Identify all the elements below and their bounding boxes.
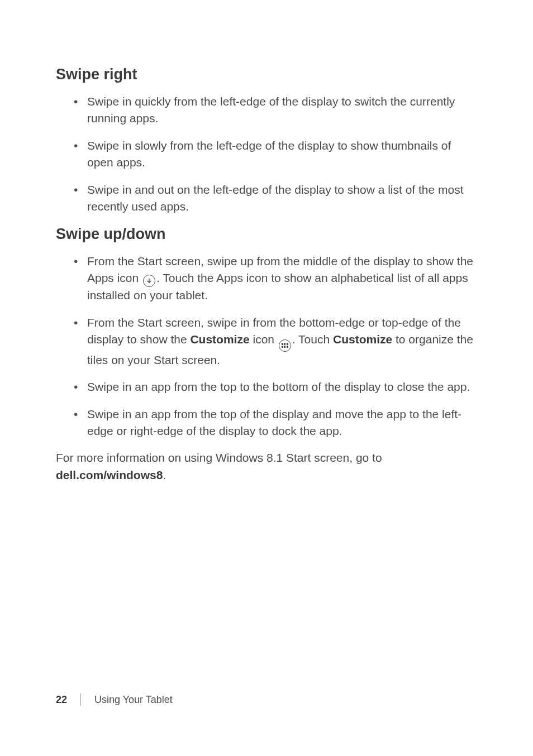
page-number: 22: [56, 694, 67, 706]
text-fragment: icon: [250, 333, 278, 346]
section-title: Using Your Tablet: [94, 694, 173, 706]
customize-grid-circle-icon: [279, 339, 291, 352]
bold-text: Customize: [333, 333, 392, 346]
footer-divider: [80, 693, 81, 706]
link-text: dell.com/windows8: [56, 468, 163, 481]
text-fragment: . Touch: [292, 333, 333, 346]
list-item: Swipe in an app from the top of the disp…: [74, 406, 477, 440]
text-fragment: For more information on using Windows 8.…: [56, 451, 382, 464]
bullet-list-swipe-right: Swipe in quickly from the left-edge of t…: [56, 93, 477, 216]
list-item: From the Start screen, swipe in from the…: [74, 314, 477, 369]
heading-swipe-right: Swipe right: [56, 66, 477, 83]
down-arrow-circle-icon: [143, 275, 155, 287]
bullet-list-swipe-up-down: From the Start screen, swipe up from the…: [56, 253, 477, 440]
text-fragment: . Touch the Apps icon to show an alphabe…: [87, 271, 468, 302]
text-fragment: .: [163, 468, 166, 481]
list-item: Swipe in and out on the left-edge of the…: [74, 181, 477, 216]
list-item: Swipe in an app from the top to the bott…: [74, 379, 477, 395]
list-item: Swipe in slowly from the left-edge of th…: [74, 137, 477, 171]
page-footer: 22 Using Your Tablet: [56, 693, 173, 706]
heading-swipe-up-down: Swipe up/down: [56, 226, 477, 243]
bold-text: Customize: [190, 333, 249, 346]
list-item: From the Start screen, swipe up from the…: [74, 253, 477, 304]
list-item: Swipe in quickly from the left-edge of t…: [74, 93, 477, 127]
closing-paragraph: For more information on using Windows 8.…: [56, 449, 477, 484]
